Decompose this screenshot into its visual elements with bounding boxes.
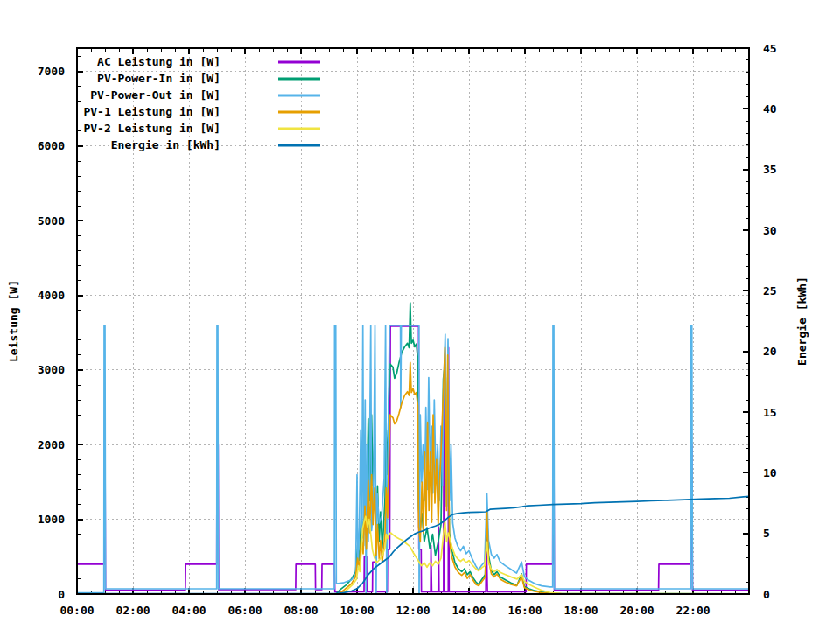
- y-left-tick-label: 1000: [38, 513, 65, 526]
- y-right-tick-label: 40: [763, 102, 777, 116]
- x-tick-label: 00:00: [60, 604, 94, 617]
- x-tick-label: 18:00: [564, 604, 598, 617]
- legend-label: PV-1 Leistung in [W]: [83, 105, 220, 118]
- y-left-axis-label: Leistung [W]: [7, 280, 20, 362]
- y-left-tick-label: 3000: [38, 363, 65, 376]
- y-right-tick-label: 0: [763, 588, 770, 601]
- y-left-tick-label: 4000: [38, 289, 65, 302]
- legend-label: PV-Power-In in [W]: [97, 72, 220, 85]
- y-right-tick-label: 10: [763, 466, 777, 480]
- y-right-tick-label: 20: [763, 345, 777, 358]
- legend-label: PV-Power-Out in [W]: [90, 88, 220, 102]
- y-right-tick-label: 15: [763, 406, 777, 419]
- chart-figure: Tagesdiagramm vom 2023-12-12 00:0002:000…: [0, 0, 840, 630]
- legend-label: PV-2 Leistung in [W]: [83, 122, 220, 135]
- x-tick-label: 16:00: [508, 604, 542, 617]
- x-tick-label: 20:00: [620, 604, 654, 617]
- y-left-tick-label: 2000: [38, 438, 65, 452]
- x-tick-label: 10:00: [340, 604, 374, 617]
- x-tick-label: 12:00: [396, 604, 430, 617]
- y-right-tick-label: 25: [763, 284, 777, 298]
- legend-label: AC Leistung in [W]: [97, 55, 220, 68]
- x-tick-label: 14:00: [452, 604, 486, 617]
- x-tick-label: 04:00: [172, 604, 206, 617]
- legend-label: Energie in [kWh]: [111, 138, 220, 151]
- y-right-axis-label: Energie [kWh]: [795, 276, 808, 366]
- y-left-tick-label: 5000: [38, 214, 65, 228]
- y-right-tick-label: 35: [763, 163, 777, 176]
- y-right-tick-label: 45: [763, 42, 777, 55]
- y-right-tick-label: 5: [763, 527, 770, 540]
- x-tick-label: 02:00: [116, 604, 150, 617]
- chart-canvas: 00:0002:0004:0006:0008:0010:0012:0014:00…: [0, 0, 840, 630]
- x-tick-label: 08:00: [284, 604, 318, 617]
- x-tick-label: 06:00: [228, 604, 262, 617]
- x-tick-label: 22:00: [676, 604, 710, 617]
- y-left-tick-label: 7000: [38, 65, 65, 78]
- y-right-tick-label: 30: [763, 224, 777, 237]
- y-left-tick-label: 6000: [38, 139, 65, 152]
- y-left-tick-label: 0: [58, 588, 65, 601]
